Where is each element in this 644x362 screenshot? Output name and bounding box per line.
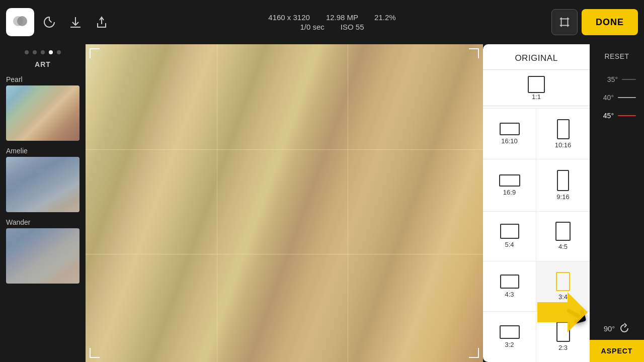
crop-icon [558, 16, 571, 29]
aspect-label-4-5: 4:5 [558, 243, 568, 250]
rotation-line-45 [618, 115, 636, 116]
aspect-label-3-2: 3:2 [505, 341, 514, 348]
aspect-panel-header: ORIGINAL [483, 44, 590, 69]
aspect-rect-5-4 [500, 224, 519, 239]
dot-3[interactable] [41, 50, 45, 54]
main-area: ART Pearl Amelie Wander [0, 44, 644, 362]
aspect-label-16-9: 16:9 [503, 189, 516, 196]
filter-name-amelie: Amelie [6, 147, 28, 157]
history-icon [42, 15, 56, 29]
aspect-rect-3-2 [500, 325, 520, 339]
image-shutter: 1/0 sec [300, 23, 324, 31]
filter-item-pearl[interactable]: Pearl [0, 72, 86, 144]
rotation-list: 35° 40° 45° [590, 70, 644, 317]
aspect-ratio-3-4[interactable]: 3:4 [536, 261, 590, 311]
crop-button[interactable] [551, 9, 578, 35]
aspect-ratio-9-16[interactable]: 9:16 [536, 159, 590, 211]
amelie-preview [6, 157, 79, 212]
dot-5[interactable] [57, 50, 61, 54]
done-button[interactable]: DONE [582, 9, 638, 35]
aspect-rect-16-9 [499, 174, 520, 187]
aspect-ratio-10-16[interactable]: 10:16 [536, 108, 590, 159]
rotation-item-35: 35° [590, 70, 636, 88]
aspect-ratio-1-1[interactable]: 1:1 [483, 72, 590, 106]
photo-canvas [86, 44, 483, 362]
aspect-ratio-4-5[interactable]: 4:5 [536, 211, 590, 261]
filter-page-dots [0, 44, 86, 58]
dot-1[interactable] [25, 50, 29, 54]
aspect-label-9-16: 9:16 [556, 193, 569, 201]
aspect-ratio-16-9[interactable]: 16:9 [483, 159, 536, 211]
aspect-button[interactable]: ASPECT [590, 340, 644, 362]
svg-rect-5 [561, 19, 568, 26]
aspect-label-1-1: 1:1 [532, 93, 541, 101]
dot-2[interactable] [33, 50, 37, 54]
aspect-ratio-3-2[interactable]: 3:2 [483, 311, 536, 362]
aspect-divider [483, 69, 590, 70]
filter-thumb-pearl [6, 85, 79, 141]
aspect-rect-16-10 [500, 123, 520, 135]
image-metadata: 4160 x 3120 12.98 MP 21.2% 1/0 sec ISO 5… [117, 13, 547, 31]
rotation-line-35 [622, 79, 636, 80]
rotate-cw-button[interactable] [619, 323, 630, 334]
rotation-line-40 [618, 97, 636, 98]
app-logo-icon [11, 13, 29, 31]
filter-thumb-amelie [6, 157, 79, 212]
aspect-rect-2-3 [556, 322, 570, 342]
download-icon [68, 15, 83, 29]
aspect-ratio-4-3[interactable]: 4:3 [483, 261, 536, 311]
pearl-preview [6, 85, 79, 141]
rotation-controls: 90° [590, 317, 644, 340]
image-zoom: 21.2% [374, 13, 396, 22]
rotation-deg-45: 45° [595, 112, 614, 120]
rotation-value: 90° [604, 324, 615, 333]
aspect-panel: ORIGINAL 1:1 16:10 10:16 16:9 9: [483, 44, 590, 362]
aspect-rect-9-16 [557, 170, 569, 191]
aspect-grid: 16:10 10:16 16:9 9:16 5:4 4:5 [483, 108, 590, 362]
filter-name-wander: Wander [6, 218, 31, 228]
aspect-label-10-16: 10:16 [555, 141, 572, 149]
rotation-deg-40: 40° [595, 94, 614, 102]
top-bar: 4160 x 3120 12.98 MP 21.2% 1/0 sec ISO 5… [0, 0, 644, 44]
left-panel: ART Pearl Amelie Wander [0, 44, 86, 362]
filter-item-wander[interactable]: Wander [0, 215, 86, 287]
aspect-label-5-4: 5:4 [505, 241, 514, 248]
image-dimensions: 4160 x 3120 [268, 13, 310, 22]
dot-4[interactable] [49, 50, 53, 54]
rotation-deg-35: 35° [599, 75, 618, 83]
aspect-rect-3-4 [556, 272, 570, 291]
reset-button[interactable]: RESET [604, 48, 629, 70]
history-button[interactable] [38, 11, 60, 33]
app-icon[interactable] [6, 8, 34, 36]
aspect-rect-4-5 [555, 222, 571, 241]
right-panel: RESET 35° 40° 45° 90° [590, 44, 644, 362]
rotation-item-40: 40° [590, 88, 636, 107]
aspect-label-4-3: 4:3 [505, 291, 514, 298]
aspect-rect-10-16 [557, 119, 570, 139]
wander-preview [6, 228, 79, 284]
filter-list: Pearl Amelie Wander [0, 72, 86, 362]
aspect-label-3-4: 3:4 [558, 293, 568, 301]
filter-section-label: ART [0, 58, 86, 72]
top-right-controls: DONE [551, 9, 638, 35]
aspect-ratio-16-10[interactable]: 16:10 [483, 108, 536, 159]
svg-point-1 [17, 16, 27, 26]
share-button[interactable] [91, 11, 113, 33]
download-button[interactable] [64, 11, 87, 33]
aspect-rect-1-1 [528, 76, 545, 93]
aspect-ratio-5-4[interactable]: 5:4 [483, 211, 536, 261]
filter-item-amelie[interactable]: Amelie [0, 144, 86, 215]
aspect-rect-4-3 [500, 275, 519, 289]
aspect-ratio-2-3[interactable]: 2:3 [536, 311, 590, 362]
image-megapixels: 12.98 MP [326, 13, 358, 22]
aspect-label-2-3: 2:3 [558, 344, 568, 351]
filter-name-pearl: Pearl [6, 75, 23, 85]
aspect-label-16-10: 16:10 [501, 137, 518, 145]
filter-thumb-wander [6, 228, 79, 284]
aspect-divider-2 [483, 106, 590, 106]
share-icon [95, 15, 109, 29]
rotate-cw-icon [619, 323, 630, 334]
rotation-item-45: 45° [590, 107, 636, 125]
photo-area[interactable] [86, 44, 483, 362]
image-iso: ISO 55 [341, 23, 364, 31]
